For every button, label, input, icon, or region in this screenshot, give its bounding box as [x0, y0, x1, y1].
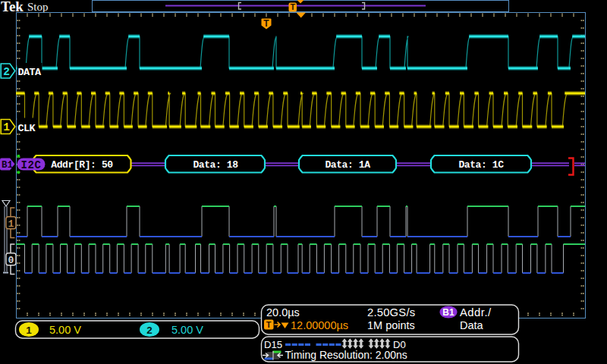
svg-text:T: T: [263, 18, 269, 29]
svg-text:1: 1: [8, 218, 14, 230]
svg-text:1: 1: [26, 325, 32, 336]
svg-text:I2C: I2C: [20, 159, 41, 171]
svg-text:0: 0: [8, 255, 14, 266]
svg-text:B1: B1: [442, 307, 454, 318]
svg-text:1M points: 1M points: [367, 319, 415, 331]
svg-text:D15: D15: [264, 339, 282, 350]
svg-text:Data: 18: Data: 18: [193, 159, 238, 171]
svg-text:T: T: [290, 2, 295, 11]
svg-text:T: T: [266, 320, 272, 329]
svg-text:B1: B1: [2, 160, 13, 171]
svg-text:Tek: Tek: [1, 0, 24, 14]
svg-text:5.00 V: 5.00 V: [171, 324, 203, 336]
svg-text:1: 1: [3, 121, 10, 133]
svg-text:2: 2: [3, 66, 10, 78]
svg-text:2.50GS/s: 2.50GS/s: [367, 306, 415, 318]
svg-text:Stop: Stop: [27, 1, 49, 13]
svg-text:Data: 1A: Data: 1A: [325, 159, 370, 171]
svg-text:Data: 1C: Data: 1C: [458, 159, 504, 171]
svg-text:5.00 V: 5.00 V: [49, 324, 81, 336]
svg-text:Addr./: Addr./: [460, 306, 492, 318]
svg-text:Timing Resolution: 2.00ns: Timing Resolution: 2.00ns: [285, 349, 407, 361]
svg-text:12.00000µs: 12.00000µs: [291, 319, 348, 331]
svg-text:CLK: CLK: [18, 123, 36, 134]
svg-text:DATA: DATA: [18, 67, 42, 78]
svg-text:Data: Data: [460, 319, 484, 331]
svg-text:2: 2: [146, 325, 153, 336]
svg-text:20.0µs: 20.0µs: [266, 306, 300, 318]
svg-text:Addr[R]: 50: Addr[R]: 50: [51, 159, 113, 171]
